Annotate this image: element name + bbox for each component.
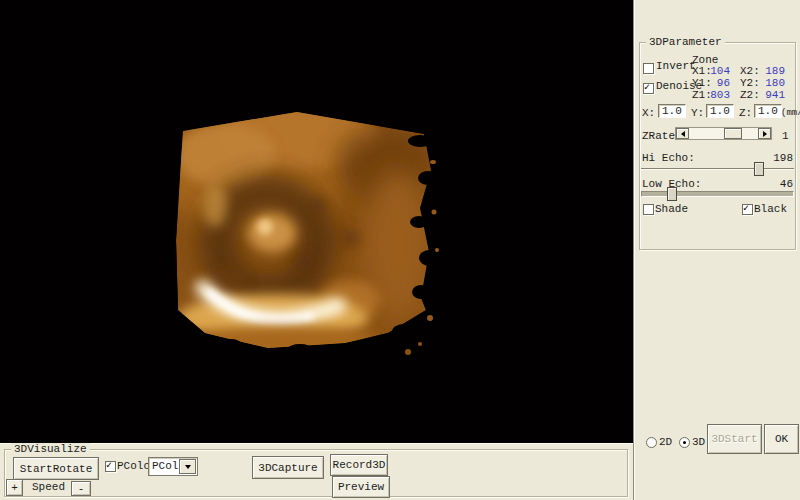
- mode-3d-label: 3D: [692, 436, 705, 448]
- visualize-group-title: 3DVisualize: [11, 443, 90, 456]
- render-viewport[interactable]: [0, 0, 633, 443]
- scale-unit-label: (mm/p): [781, 108, 800, 118]
- zrate-value: 1: [782, 130, 789, 142]
- y-scale-label: Y:: [691, 107, 704, 119]
- arrow-right-icon: [763, 131, 767, 137]
- invert-checkbox[interactable]: [643, 63, 654, 74]
- visualize-panel: 3DVisualize StartRotate + Speed - PColor…: [0, 443, 633, 500]
- invert-label: Invert: [656, 60, 696, 72]
- speed-plus-button[interactable]: +: [6, 479, 23, 496]
- hi-echo-label: Hi Echo:: [642, 152, 695, 164]
- shade-checkbox[interactable]: [643, 204, 654, 215]
- preview-button[interactable]: Preview: [332, 476, 390, 498]
- x-scale-input[interactable]: [658, 104, 686, 118]
- low-echo-thumb[interactable]: [667, 187, 677, 201]
- speed-minus-button[interactable]: -: [71, 481, 91, 496]
- speed-label: Speed: [32, 481, 65, 493]
- zone-x2-value: 189: [752, 65, 785, 77]
- parameter-groupbox: 3DParameter Invert Denoise Zone X1: 104 …: [639, 42, 796, 250]
- zone-y2-value: 180: [752, 77, 785, 89]
- mode-3d-radio[interactable]: [679, 437, 690, 448]
- low-echo-value: 46: [758, 178, 793, 190]
- z-scale-input[interactable]: [754, 104, 782, 118]
- parameter-group-title: 3DParameter: [646, 36, 725, 49]
- hi-echo-thumb[interactable]: [754, 162, 764, 176]
- zone-y1-value: 96: [702, 77, 730, 89]
- y-scale-input[interactable]: [706, 104, 734, 118]
- 3dstart-button[interactable]: 3DStart: [707, 424, 762, 454]
- arrow-down-icon: [185, 465, 191, 469]
- zrate-thumb[interactable]: [724, 128, 742, 139]
- denoise-checkbox[interactable]: [643, 83, 654, 94]
- zrate-label: ZRate: [642, 130, 675, 142]
- record3d-button[interactable]: Record3D: [330, 454, 388, 476]
- 3dcapture-button[interactable]: 3DCapture: [252, 456, 324, 479]
- zone-z2-value: 941: [752, 89, 785, 101]
- black-label: Black: [754, 203, 787, 215]
- low-echo-slider-track[interactable]: [641, 191, 794, 197]
- ok-button[interactable]: OK: [764, 424, 799, 454]
- mode-2d-radio[interactable]: [646, 437, 657, 448]
- x-scale-label: X:: [642, 107, 655, 119]
- pcolor-combobox-dropdown-button[interactable]: [179, 459, 196, 474]
- shade-label: Shade: [655, 203, 688, 215]
- z-scale-label: Z:: [739, 107, 752, 119]
- start-rotate-button[interactable]: StartRotate: [13, 457, 99, 480]
- black-checkbox[interactable]: [742, 204, 753, 215]
- pcolor-combobox[interactable]: PColor: [148, 457, 198, 476]
- zone-x1-value: 104: [702, 65, 730, 77]
- zrate-scroll-left-button[interactable]: [676, 128, 689, 139]
- hi-echo-slider-track[interactable]: [641, 168, 794, 170]
- ultrasound-render-image: [0, 0, 633, 443]
- mode-2d-label: 2D: [659, 436, 672, 448]
- parameter-panel: 3DParameter Invert Denoise Zone X1: 104 …: [633, 0, 800, 500]
- pcolor-checkbox[interactable]: [105, 461, 116, 472]
- zone-z1-value: 803: [702, 89, 730, 101]
- arrow-left-icon: [681, 131, 685, 137]
- zrate-scrollbar[interactable]: [675, 127, 772, 140]
- application-window: { "colors": { "panel_bg": "#ece9d8", "va…: [0, 0, 800, 500]
- zrate-scroll-right-button[interactable]: [758, 128, 771, 139]
